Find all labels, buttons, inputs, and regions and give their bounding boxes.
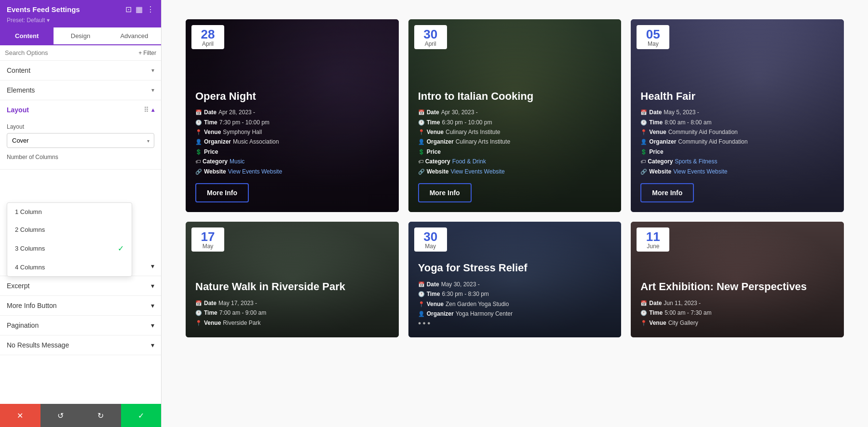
health-month: May: [637, 40, 669, 47]
sidebar-bottom-toolbar: ✕ ↺ ↻ ✓: [0, 404, 161, 427]
cancel-button[interactable]: ✕: [0, 404, 41, 427]
nature-content: Nature Walk in Riverside Park 📅 Date May…: [186, 272, 399, 337]
health-date-badge: 05 May: [637, 25, 669, 49]
organizer-icon: 👤: [195, 137, 202, 147]
venue-icon3: 📍: [640, 128, 647, 137]
excerpt-section: Excerpt ▾: [0, 276, 161, 296]
event-card-opera-night: 28 April Opera Night 📅 Date Apr 28, 2023…: [186, 19, 399, 212]
content-section-header[interactable]: Content ▾: [0, 61, 161, 80]
search-input[interactable]: [5, 49, 135, 56]
event-card-nature-walk: 17 May Nature Walk in Riverside Park 📅 D…: [186, 222, 399, 337]
website-icon: 🔗: [195, 167, 202, 176]
yoga-date-badge: 30 May: [414, 227, 447, 252]
col-option-1[interactable]: 1 Column: [7, 203, 132, 221]
sidebar-header: Events Feed Settings ⊡ ▦ ⋮: [0, 0, 161, 17]
layout-icon[interactable]: ▦: [136, 5, 143, 14]
health-category-link[interactable]: Sports & Fitness: [675, 157, 717, 166]
clock-icon6: 🕐: [640, 308, 647, 318]
italian-date-badge: 30 April: [414, 25, 447, 49]
events-grid: 28 April Opera Night 📅 Date Apr 28, 2023…: [186, 19, 844, 337]
filter-button[interactable]: + Filter: [138, 50, 156, 56]
nature-date-badge: 17 May: [191, 227, 224, 252]
undo-button[interactable]: ↺: [41, 404, 81, 427]
health-meta: 📅 Date May 5, 2023 - 🕐 Time 8:00 am - 8:…: [640, 107, 834, 176]
pagination-section: Pagination ▾: [0, 316, 161, 335]
cal-icon: 📅: [418, 108, 425, 117]
drag-icon: ⠿: [144, 106, 149, 114]
excerpt-section-header[interactable]: Excerpt ▾: [0, 276, 161, 295]
filter-icon: +: [138, 50, 142, 56]
layout-select-wrapper: Cover List Grid ▾: [7, 133, 154, 148]
no-results-section: No Results Message ▾: [0, 335, 161, 355]
no-results-chevron: ▾: [151, 341, 154, 349]
num-columns-label: Number of Columns: [7, 154, 154, 160]
elements-chevron: ▾: [151, 87, 154, 93]
nature-day: 17: [191, 230, 224, 243]
tab-content[interactable]: Content: [0, 27, 54, 44]
cal-icon6: 📅: [640, 299, 647, 308]
web-icon2: 🔗: [418, 167, 425, 176]
opera-month: April: [191, 40, 224, 47]
cal-icon4: 📅: [195, 299, 202, 308]
clock-icon: 🕐: [195, 118, 202, 127]
no-results-section-header[interactable]: No Results Message ▾: [0, 335, 161, 355]
health-content: Health Fair 📅 Date May 5, 2023 - 🕐 Time …: [631, 81, 844, 212]
art-date-badge: 11 June: [637, 227, 669, 252]
check-icon: ✓: [118, 244, 124, 253]
col-option-4[interactable]: 4 Columns: [7, 258, 132, 276]
art-month: June: [637, 243, 669, 250]
opera-website-link[interactable]: View Events Website: [228, 167, 282, 176]
event-card-art-exhibition: 11 June Art Exhibition: New Perspectives…: [631, 222, 844, 337]
org-icon3: 👤: [640, 137, 647, 147]
venue-icon6: 📍: [640, 319, 647, 328]
nature-meta: 📅 Date May 17, 2023 - 🕐 Time 7:00 am - 9…: [195, 298, 389, 328]
art-day: 11: [637, 230, 669, 243]
nature-title: Nature Walk in Riverside Park: [195, 280, 389, 293]
layout-chevron: ▴: [151, 107, 154, 113]
price-icon2: 💲: [418, 147, 425, 157]
cal-icon3: 📅: [640, 108, 647, 117]
org-icon5: 👤: [418, 309, 425, 319]
yoga-content: Yoga for Stress Relief 📅 Date May 30, 20…: [408, 253, 622, 337]
category-icon: 🏷: [195, 157, 201, 166]
price-icon: 💲: [195, 147, 202, 157]
expand-icon[interactable]: ⊡: [125, 5, 132, 14]
layout-body: Layout Cover List Grid ▾ Number of Colum…: [0, 120, 161, 169]
col-option-3[interactable]: 3 Columns ✓: [7, 239, 132, 258]
italian-more-info-button[interactable]: More Info: [418, 183, 472, 202]
cat-icon2: 🏷: [418, 157, 423, 166]
italian-content: Intro to Italian Cooking 📅 Date Apr 30, …: [408, 81, 622, 212]
opera-category-link[interactable]: Music: [230, 157, 244, 166]
event-card-yoga: 30 May Yoga for Stress Relief 📅 Date May…: [408, 222, 622, 337]
venue-icon2: 📍: [418, 128, 425, 137]
tab-advanced[interactable]: Advanced: [108, 27, 161, 44]
opera-date-badge: 28 April: [191, 25, 224, 49]
more-icon[interactable]: ⋮: [147, 5, 154, 14]
save-button[interactable]: ✓: [121, 404, 162, 427]
layout-select[interactable]: Cover List Grid: [7, 133, 154, 148]
org-icon2: 👤: [418, 137, 425, 147]
column-dropdown: 1 Column 2 Columns 3 Columns ✓ 4 Columns: [7, 202, 132, 277]
more-info-button-section-header[interactable]: More Info Button ▾: [0, 296, 161, 315]
yoga-title: Yoga for Stress Relief: [418, 262, 612, 274]
content-section: Content ▾: [0, 61, 161, 80]
opera-day: 28: [191, 28, 224, 40]
italian-website-link[interactable]: View Events Website: [450, 167, 504, 176]
pagination-section-header[interactable]: Pagination ▾: [0, 316, 161, 335]
tab-design[interactable]: Design: [54, 27, 107, 44]
elements-section-header[interactable]: Elements ▾: [0, 80, 161, 100]
redo-button[interactable]: ↻: [81, 404, 121, 427]
italian-day: 30: [414, 28, 447, 40]
cal-icon5: 📅: [418, 280, 425, 289]
layout-section-header[interactable]: Layout ⠿ ▴: [0, 100, 161, 120]
italian-title: Intro to Italian Cooking: [418, 90, 612, 103]
more-info-button-section: More Info Button ▾: [0, 296, 161, 316]
event-card-health-fair: 05 May Health Fair 📅 Date May 5, 2023 - …: [631, 19, 844, 212]
italian-category-link[interactable]: Food & Drink: [452, 157, 486, 166]
health-more-info-button[interactable]: More Info: [640, 183, 694, 202]
col-option-2[interactable]: 2 Columns: [7, 221, 132, 239]
opera-more-info-button[interactable]: More Info: [195, 183, 249, 202]
preset-selector[interactable]: Preset: Default ▾: [0, 17, 161, 27]
health-website-link[interactable]: View Events Website: [673, 167, 727, 176]
layout-field-label: Layout: [7, 123, 154, 130]
